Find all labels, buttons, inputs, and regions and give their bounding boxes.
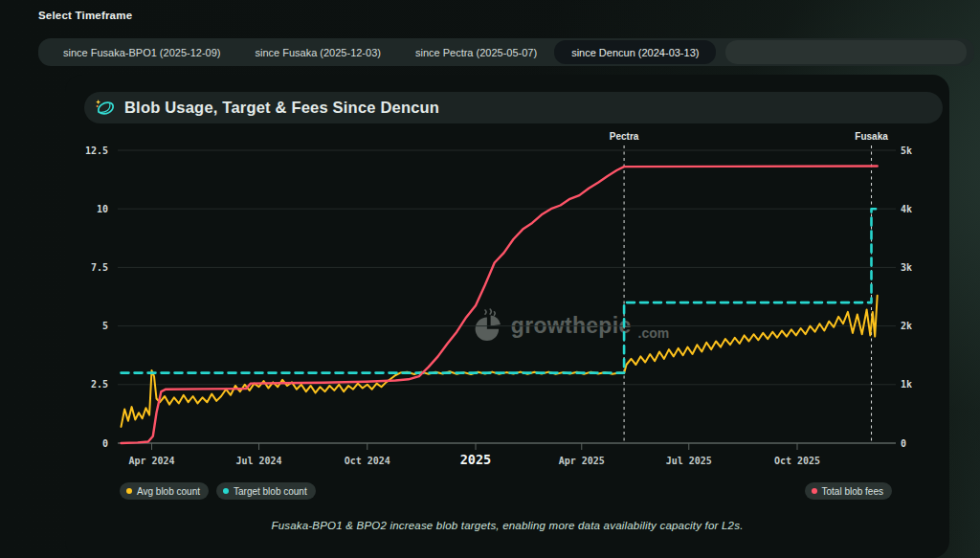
page: { "page": { "select_timeframe_label": "S…	[0, 0, 980, 558]
tab-since-pectra[interactable]: since Pectra (2025-05-07)	[398, 40, 554, 64]
legend-total-blob-fees[interactable]: Total blob fees	[805, 482, 893, 500]
watermark-tld: .com	[637, 325, 669, 343]
chart-title-bar: Blob Usage, Target & Fees Since Dencun	[84, 92, 943, 123]
legend-avg-blob-count[interactable]: Avg blob count	[120, 482, 209, 500]
tab-since-fusaka[interactable]: since Fusaka (2025-12-03)	[237, 40, 397, 64]
avg-blob-count-dot-icon	[126, 488, 132, 494]
legend-row: Avg blob count Target blob count Total b…	[120, 482, 892, 500]
chart-title: Blob Usage, Target & Fees Since Dencun	[124, 99, 439, 117]
legend-label: Avg blob count	[137, 486, 200, 497]
tab-since-fusaka-bpo1[interactable]: since Fusaka-BPO1 (2025-12-09)	[46, 40, 237, 64]
legend-label: Total blob fees	[822, 486, 884, 497]
select-timeframe-label: Select Timeframe	[38, 10, 132, 21]
watermark-name: growthepie	[511, 313, 632, 339]
legend-right-group: Total blob fees	[805, 482, 893, 500]
growthepie-logo-icon	[472, 308, 504, 343]
blobs-icon	[95, 99, 116, 118]
target-blob-count-dot-icon	[223, 488, 229, 494]
legend-left-group: Avg blob count Target blob count	[120, 482, 316, 500]
chart-caption: Fusaka-BPO1 & BPO2 increase blob targets…	[65, 520, 949, 531]
tabbar-empty-area	[725, 40, 967, 64]
timeframe-tabbar: since Fusaka-BPO1 (2025-12-09) since Fus…	[38, 38, 974, 66]
legend-target-blob-count[interactable]: Target blob count	[216, 482, 316, 500]
tab-since-dencun[interactable]: since Dencun (2024-03-13)	[554, 40, 716, 64]
legend-label: Target blob count	[234, 486, 307, 497]
watermark: growthepie .com	[472, 308, 669, 343]
total-blob-fees-dot-icon	[812, 488, 817, 494]
